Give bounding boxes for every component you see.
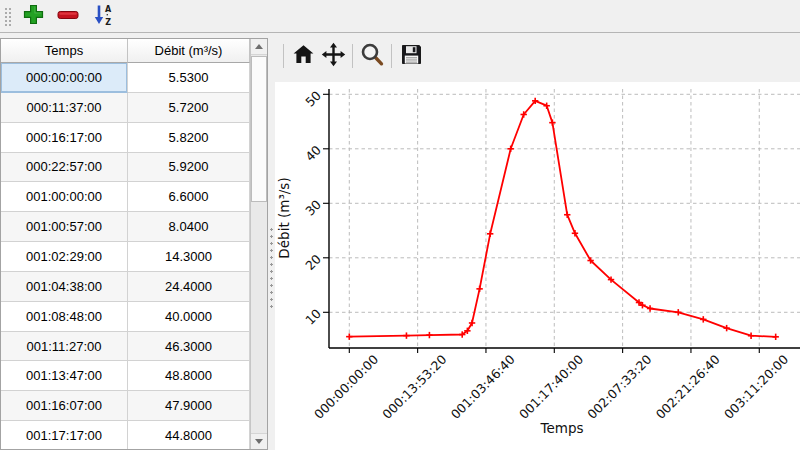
series-line (349, 101, 775, 337)
add-icon (23, 4, 44, 28)
data-table: Temps Débit (m³/s) 000:00:00:005.5300000… (1, 39, 250, 449)
cell-debit[interactable]: 48.8000 (128, 361, 250, 391)
toolbar-separator (391, 44, 392, 68)
cell-debit[interactable]: 40.0000 (128, 302, 250, 332)
save-icon (400, 43, 423, 69)
cell-debit[interactable]: 14.3000 (128, 242, 250, 272)
table-row: 001:13:47:0048.8000 (1, 361, 250, 391)
cell-debit[interactable]: 24.4000 (128, 272, 250, 302)
table-row: 000:11:37:005.7200 (1, 93, 250, 123)
main-toolbar: A Z (0, 0, 800, 33)
table-header-row: Temps Débit (m³/s) (1, 39, 250, 63)
sort-az-icon: A Z (92, 3, 114, 29)
app-window: { "main_toolbar": { "icons": ["add-icon"… (0, 0, 800, 450)
cell-debit[interactable]: 44.8000 (128, 421, 250, 449)
scrollbar-thumb[interactable] (251, 56, 267, 202)
cell-debit[interactable]: 5.8200 (128, 123, 250, 153)
home-view-button[interactable] (288, 41, 318, 71)
y-tick-label: 50 (302, 88, 324, 110)
x-axis-label: Temps (539, 420, 583, 436)
cell-debit[interactable]: 5.7200 (128, 93, 250, 123)
column-header-temps[interactable]: Temps (1, 39, 128, 63)
add-row-button[interactable] (19, 2, 47, 30)
y-tick-label: 20 (302, 251, 324, 273)
table-row: 001:00:57:008.0400 (1, 212, 250, 242)
remove-row-button[interactable] (54, 2, 82, 30)
home-icon (292, 43, 315, 69)
cell-debit[interactable]: 5.5300 (128, 63, 250, 93)
pan-button[interactable] (318, 41, 348, 71)
cell-temps[interactable]: 001:00:00:00 (1, 182, 128, 212)
column-header-debit[interactable]: Débit (m³/s) (128, 39, 250, 63)
cell-debit[interactable]: 46.3000 (128, 332, 250, 362)
table-row: 000:00:00:005.5300 (1, 63, 250, 93)
save-figure-button[interactable] (396, 41, 426, 71)
cell-debit[interactable]: 8.0400 (128, 212, 250, 242)
table-row: 001:08:48:0040.0000 (1, 302, 250, 332)
toolbar-drag-handle[interactable] (3, 6, 12, 26)
table-row: 001:16:07:0047.9000 (1, 391, 250, 421)
cell-temps[interactable]: 001:00:57:00 (1, 212, 128, 242)
cell-debit[interactable]: 6.6000 (128, 182, 250, 212)
y-tick-label: 40 (302, 142, 324, 164)
svg-text:A: A (105, 5, 112, 14)
pan-icon (321, 42, 346, 70)
x-tick-label: 002:07:33:20 (584, 352, 654, 422)
svg-text:Z: Z (105, 18, 111, 27)
table-row: 001:04:38:0024.4000 (1, 272, 250, 302)
chart-toolbar (279, 40, 426, 72)
cell-debit[interactable]: 5.9200 (128, 153, 250, 183)
table-row: 001:11:27:0046.3000 (1, 332, 250, 362)
x-tick-label: 001:17:40:00 (516, 352, 586, 422)
x-tick-label: 002:21:26:40 (653, 352, 723, 422)
scroll-up-button[interactable] (251, 39, 267, 55)
toolbar-separator (352, 44, 353, 68)
cell-temps[interactable]: 001:17:17:00 (1, 421, 128, 449)
x-tick-label: 003:11:20:00 (721, 352, 791, 422)
cell-temps[interactable]: 001:11:27:00 (1, 332, 128, 362)
cell-temps[interactable]: 001:02:29:00 (1, 242, 128, 272)
zoom-icon (360, 42, 385, 70)
table-row: 000:22:57:005.9200 (1, 153, 250, 183)
cell-temps[interactable]: 000:11:37:00 (1, 93, 128, 123)
y-tick-label: 10 (302, 306, 324, 328)
arrow-up-icon (255, 44, 263, 49)
zoom-button[interactable] (357, 41, 387, 71)
table-row: 000:16:17:005.8200 (1, 123, 250, 153)
cell-temps[interactable]: 001:04:38:00 (1, 272, 128, 302)
cell-temps[interactable]: 000:16:17:00 (1, 123, 128, 153)
table-body: 000:00:00:005.5300000:11:37:005.7200000:… (1, 63, 250, 449)
cell-temps[interactable]: 000:22:57:00 (1, 153, 128, 183)
cell-debit[interactable]: 47.9000 (128, 391, 250, 421)
cell-temps[interactable]: 000:00:00:00 (1, 63, 128, 93)
chart-svg[interactable]: 1020304050000:00:00:00000:13:53:20001:03… (272, 75, 800, 450)
x-tick-label: 000:00:00:00 (311, 352, 381, 422)
remove-icon (57, 4, 79, 29)
data-table-panel: Temps Débit (m³/s) 000:00:00:005.5300000… (0, 38, 268, 450)
x-tick-label: 000:13:53:20 (379, 352, 449, 422)
cell-temps[interactable]: 001:08:48:00 (1, 302, 128, 332)
cell-temps[interactable]: 001:13:47:00 (1, 361, 128, 391)
table-row: 001:02:29:0014.3000 (1, 242, 250, 272)
toolbar-separator (283, 44, 284, 68)
table-row: 001:00:00:006.6000 (1, 182, 250, 212)
table-row: 001:17:17:0044.8000 (1, 421, 250, 449)
y-axis-label: Débit (m³/s) (276, 177, 292, 258)
arrow-down-icon (255, 439, 263, 444)
y-tick-label: 30 (302, 197, 324, 219)
table-scrollbar[interactable] (250, 39, 267, 449)
sort-button[interactable]: A Z (89, 2, 117, 30)
scroll-down-button[interactable] (251, 433, 267, 449)
cell-temps[interactable]: 001:16:07:00 (1, 391, 128, 421)
x-tick-label: 001:03:46:40 (448, 352, 518, 422)
